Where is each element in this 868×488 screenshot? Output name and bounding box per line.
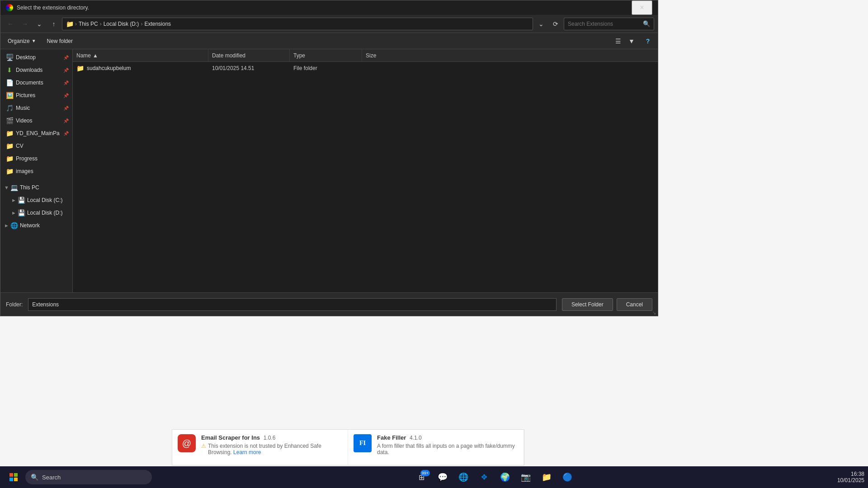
nav-bar: ← → ⌄ ↑ 📁 › This PC › Local Disk (D:) › … (0, 15, 658, 33)
sidebar-item-downloads[interactable]: ⬇ Downloads 📌 (0, 64, 72, 76)
email-scraper-warning: ⚠ This extension is not trusted by Enhan… (201, 443, 342, 455)
folder-icon: 📁 (6, 130, 13, 137)
folder-icon: 📁 (6, 168, 13, 175)
sidebar-item-documents[interactable]: 📄 Documents 📌 (0, 76, 72, 89)
taskbar-discord-button[interactable]: 💬 (433, 469, 453, 485)
resize-handle[interactable]: ↘ (652, 310, 658, 316)
svg-rect-3 (14, 478, 18, 481)
file-explorer-icon: 📁 (542, 472, 552, 482)
file-date-cell: 10/01/2025 14.51 (208, 65, 290, 71)
cancel-button[interactable]: Cancel (617, 298, 652, 311)
sidebar-item-network[interactable]: ► 🌐 Network (0, 219, 72, 232)
sidebar-item-cv[interactable]: 📁 CV (0, 140, 72, 152)
sidebar-item-progress[interactable]: 📁 Progress (0, 152, 72, 165)
organize-button[interactable]: Organize ▼ (4, 36, 40, 46)
search-icon: 🔍 (643, 20, 650, 27)
fake-filler-desc: A form filler that fills all inputs on a… (377, 443, 518, 455)
sidebar-item-yd-eng[interactable]: 📁 YD_ENG_MainPa 📌 (0, 127, 72, 140)
sidebar-label: Local Disk (D:) (27, 210, 69, 216)
view-options-button[interactable]: ▼ (625, 35, 638, 47)
file-dialog: Select the extension directory. × ← → ⌄ … (0, 0, 658, 316)
sidebar-label: Pictures (16, 92, 61, 99)
col-date-header[interactable]: Date modified (208, 49, 290, 61)
music-icon: 🎵 (6, 104, 13, 112)
forward-button[interactable]: → (19, 18, 31, 30)
start-button[interactable] (4, 469, 24, 485)
taskbar-vscode-button[interactable]: ❖ (474, 469, 494, 485)
search-box: 🔍 (564, 18, 654, 30)
select-folder-button[interactable]: Select Folder (562, 298, 613, 311)
sidebar-item-videos[interactable]: 🎬 Videos 📌 (0, 114, 72, 127)
expand-d-icon: ► (11, 210, 16, 216)
breadcrumb-this-pc[interactable]: This PC (79, 21, 98, 27)
taskbar: 🔍 Search ⊞ 99+ 💬 🌐 ❖ 🌍 📷 📁 🔵 1 (0, 466, 868, 488)
breadcrumb-extensions[interactable]: Extensions (144, 21, 171, 27)
expand-this-pc-icon: ▼ (4, 185, 9, 190)
pin-icon: 📌 (63, 55, 69, 60)
sort-arrow-icon: ▲ (93, 52, 98, 59)
folder-label: Folder: (6, 301, 23, 308)
vscode-icon: ❖ (481, 472, 488, 482)
help-button[interactable]: ? (642, 35, 654, 47)
taskbar-app-button[interactable]: 🔵 (557, 469, 577, 485)
col-size-header[interactable]: Size (362, 49, 658, 61)
email-scraper-info: Email Scraper for Ins 1.0.6 ⚠ This exten… (201, 434, 342, 460)
taskbar-capture-button[interactable]: 📷 (516, 469, 536, 485)
expand-breadcrumb-button[interactable]: ⌄ (535, 18, 547, 30)
pin-icon: 📌 (63, 118, 69, 123)
email-scraper-icon: @ (178, 434, 196, 452)
taskbar-chrome-alt-button[interactable]: 🌍 (495, 469, 515, 485)
toolbar: Organize ▼ New folder ☰ ▼ ? (0, 33, 658, 49)
downloads-icon: ⬇ (6, 66, 13, 74)
search-input[interactable] (568, 21, 641, 27)
col-name-header[interactable]: Name ▲ (73, 49, 208, 61)
learn-more-link[interactable]: Learn more (233, 449, 261, 455)
table-row[interactable]: 📁 sudahcukupbelum 10/01/2025 14.51 File … (73, 62, 658, 75)
sidebar-item-local-disk-c[interactable]: ► 💾 Local Disk (C:) (9, 194, 72, 206)
warning-text: This extension is not trusted by Enhance… (208, 443, 342, 455)
breadcrumb-local-disk-d[interactable]: Local Disk (D:) (104, 21, 139, 27)
taskbar-clock[interactable]: 16:38 10/01/2025 (837, 471, 864, 483)
taskbar-icons: ⊞ 99+ 💬 🌐 ❖ 🌍 📷 📁 🔵 (154, 469, 835, 485)
breadcrumb-folder-icon: 📁 (66, 20, 73, 28)
sidebar-item-pictures[interactable]: 🖼️ Pictures 📌 (0, 89, 72, 102)
col-type-header[interactable]: Type (290, 49, 362, 61)
recent-locations-button[interactable]: ⌄ (33, 18, 46, 30)
file-type-cell: File folder (290, 65, 362, 71)
pin-icon: 📌 (63, 131, 69, 136)
up-button[interactable]: ↑ (47, 18, 60, 30)
videos-icon: 🎬 (6, 117, 13, 124)
email-scraper-name: Email Scraper for Ins (201, 434, 260, 441)
this-pc-icon: 💻 (11, 184, 18, 191)
taskbar-widgets-button[interactable]: ⊞ 99+ (412, 469, 432, 485)
taskbar-chrome-button[interactable]: 🌐 (453, 469, 473, 485)
refresh-button[interactable]: ⟳ (549, 18, 562, 30)
network-icon: 🌐 (11, 222, 18, 229)
sidebar-label: Network (20, 222, 69, 229)
back-button[interactable]: ← (4, 18, 17, 30)
new-folder-button[interactable]: New folder (43, 36, 76, 46)
sidebar-label: Documents (16, 80, 61, 86)
close-button[interactable]: × (632, 0, 652, 15)
folder-icon: 📁 (6, 142, 13, 150)
column-header: Name ▲ Date modified Type Size (73, 49, 658, 62)
sidebar-item-this-pc[interactable]: ▼ 💻 This PC (0, 181, 72, 194)
sidebar-item-desktop[interactable]: 🖥️ Desktop 📌 (0, 51, 72, 64)
taskbar-time-value: 16:38 (837, 471, 864, 477)
sidebar-item-local-disk-d[interactable]: ► 💾 Local Disk (D:) (9, 206, 72, 219)
expand-network-icon: ► (4, 223, 9, 228)
view-list-button[interactable]: ☰ (612, 35, 624, 47)
sidebar-item-images[interactable]: 📁 images (0, 165, 72, 178)
taskbar-search-label: Search (42, 474, 61, 481)
expand-c-icon: ► (11, 197, 16, 203)
svg-rect-0 (9, 473, 13, 477)
disk-c-icon: 💾 (18, 197, 25, 204)
taskbar-search-box[interactable]: 🔍 Search (25, 470, 152, 484)
chrome-alt-icon: 🌍 (500, 472, 510, 482)
svg-rect-2 (9, 478, 13, 481)
sidebar-item-music[interactable]: 🎵 Music 📌 (0, 102, 72, 114)
taskbar-explorer-button[interactable]: 📁 (537, 469, 557, 485)
folder-input[interactable] (28, 298, 557, 311)
file-name: sudahcukupbelum (87, 65, 131, 71)
fake-filler-name: Fake Filler (377, 434, 406, 441)
